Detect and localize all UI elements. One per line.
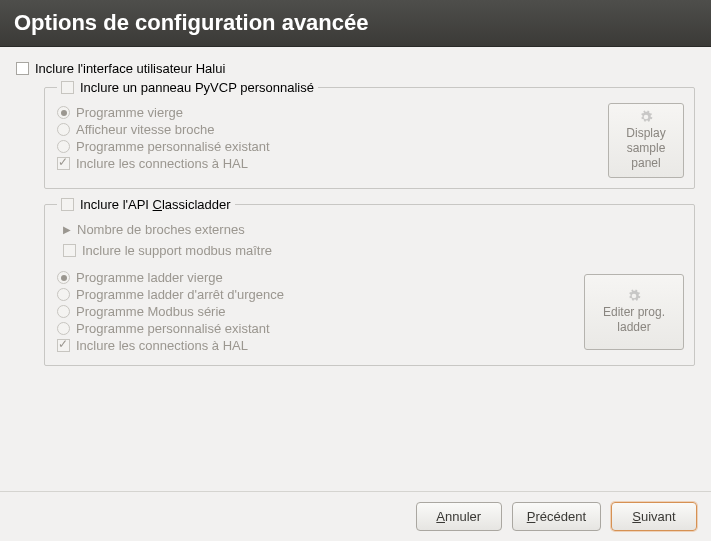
pyvcp-opt-spindle-label: Afficheur vitesse broche xyxy=(76,122,215,137)
display-sample-panel-button[interactable]: Display sample panel xyxy=(608,103,684,178)
pyvcp-legend[interactable]: Inclure un panneau PyVCP personnalisé xyxy=(57,80,318,95)
ladder-opt-hal-label: Inclure les connections à HAL xyxy=(76,338,248,353)
window-title: Options de configuration avancée xyxy=(0,0,711,47)
mnemonic-char: A xyxy=(436,509,445,524)
classicladder-group: Inclure l'API Classicladder ▶ Nombre de … xyxy=(44,197,695,366)
radio-icon[interactable] xyxy=(57,140,70,153)
include-halui-label: Inclure l'interface utilisateur Halui xyxy=(35,61,225,76)
ladder-opt-blank-label: Programme ladder vierge xyxy=(76,270,223,285)
btn-line3: panel xyxy=(631,156,660,171)
btn-line1: Editer prog. xyxy=(603,305,665,320)
checkbox-icon[interactable] xyxy=(16,62,29,75)
radio-icon[interactable] xyxy=(57,305,70,318)
gear-icon xyxy=(639,110,653,124)
btn-rest: uivant xyxy=(641,509,676,524)
ladder-opt-blank[interactable]: Programme ladder vierge xyxy=(57,270,572,285)
back-button[interactable]: Précédent xyxy=(512,502,601,531)
pyvcp-opt-custom-label: Programme personnalisé existant xyxy=(76,139,270,154)
classicladder-legend-label: Inclure l'API Classicladder xyxy=(80,197,231,212)
radio-icon[interactable] xyxy=(57,322,70,335)
ladder-opt-estop-label: Programme ladder d'arrêt d'urgence xyxy=(76,287,284,302)
chevron-right-icon: ▶ xyxy=(63,224,71,235)
checkbox-icon[interactable] xyxy=(57,339,70,352)
modbus-master-row[interactable]: Inclure le support modbus maître xyxy=(63,243,684,258)
external-spindles-expander[interactable]: ▶ Nombre de broches externes xyxy=(63,222,684,237)
ladder-opt-custom-label: Programme personnalisé existant xyxy=(76,321,270,336)
radio-icon[interactable] xyxy=(57,106,70,119)
checkbox-icon[interactable] xyxy=(61,81,74,94)
legend-text-prefix: Inclure l'API xyxy=(80,197,153,212)
cancel-button[interactable]: Annuler xyxy=(416,502,502,531)
legend-text-suffix: lassicladder xyxy=(162,197,231,212)
radio-icon[interactable] xyxy=(57,271,70,284)
radio-icon[interactable] xyxy=(57,288,70,301)
btn-rest: récédent xyxy=(535,509,586,524)
include-halui-row[interactable]: Inclure l'interface utilisateur Halui xyxy=(16,61,695,76)
pyvcp-opt-spindle[interactable]: Afficheur vitesse broche xyxy=(57,122,596,137)
pyvcp-legend-label: Inclure un panneau PyVCP personnalisé xyxy=(80,80,314,95)
next-button[interactable]: Suivant xyxy=(611,502,697,531)
ladder-opt-custom[interactable]: Programme personnalisé existant xyxy=(57,321,572,336)
pyvcp-opt-custom[interactable]: Programme personnalisé existant xyxy=(57,139,596,154)
legend-mnemonic: C xyxy=(153,197,162,212)
ladder-opt-hal[interactable]: Inclure les connections à HAL xyxy=(57,338,572,353)
pyvcp-group: Inclure un panneau PyVCP personnalisé Pr… xyxy=(44,80,695,189)
ladder-opt-modbus[interactable]: Programme Modbus série xyxy=(57,304,572,319)
radio-icon[interactable] xyxy=(57,123,70,136)
btn-line2: ladder xyxy=(617,320,650,335)
pyvcp-opt-blank-label: Programme vierge xyxy=(76,105,183,120)
checkbox-icon[interactable] xyxy=(61,198,74,211)
checkbox-icon[interactable] xyxy=(63,244,76,257)
modbus-master-label: Inclure le support modbus maître xyxy=(82,243,272,258)
ladder-opt-estop[interactable]: Programme ladder d'arrêt d'urgence xyxy=(57,287,572,302)
external-spindles-label: Nombre de broches externes xyxy=(77,222,245,237)
edit-ladder-prog-button[interactable]: Editer prog. ladder xyxy=(584,274,684,350)
gear-icon xyxy=(627,289,641,303)
pyvcp-opt-hal[interactable]: Inclure les connections à HAL xyxy=(57,156,596,171)
main-content: Inclure l'interface utilisateur Halui In… xyxy=(0,47,711,491)
btn-line1: Display xyxy=(626,126,665,141)
classicladder-legend[interactable]: Inclure l'API Classicladder xyxy=(57,197,235,212)
pyvcp-opt-hal-label: Inclure les connections à HAL xyxy=(76,156,248,171)
checkbox-icon[interactable] xyxy=(57,157,70,170)
btn-rest: nnuler xyxy=(445,509,481,524)
button-bar: Annuler Précédent Suivant xyxy=(0,491,711,541)
mnemonic-char: S xyxy=(632,509,641,524)
ladder-opt-modbus-label: Programme Modbus série xyxy=(76,304,226,319)
btn-line2: sample xyxy=(627,141,666,156)
pyvcp-opt-blank[interactable]: Programme vierge xyxy=(57,105,596,120)
